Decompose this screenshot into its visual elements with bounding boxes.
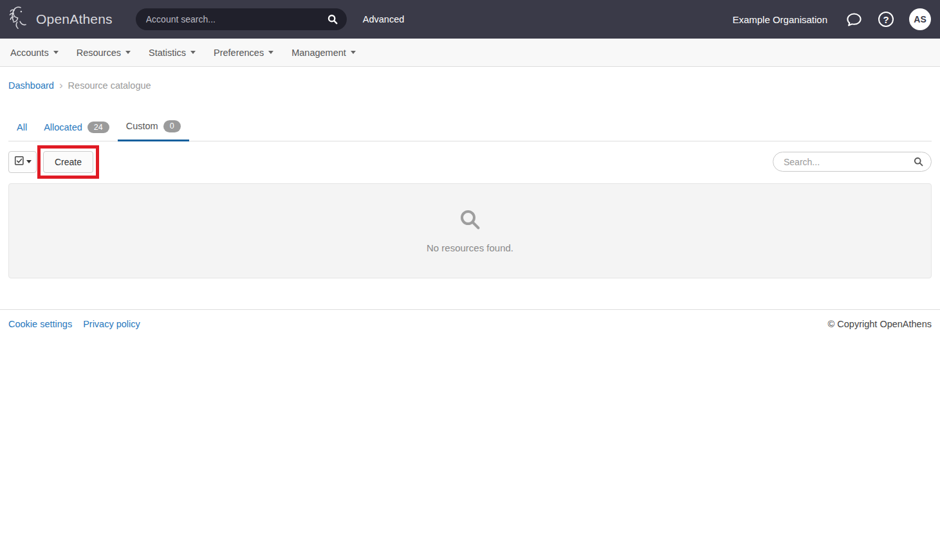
empty-state-message: No resources found. xyxy=(427,242,513,253)
chevron-down-icon xyxy=(268,51,273,54)
resource-search-input[interactable] xyxy=(773,152,932,172)
toolbar: Create xyxy=(8,145,932,179)
top-bar: OpenAthens Advanced Example Organisation… xyxy=(0,0,940,39)
nav-item-accounts[interactable]: Accounts xyxy=(1,40,68,66)
tab-custom[interactable]: Custom 0 xyxy=(118,113,189,141)
nav-item-label: Preferences xyxy=(214,48,264,58)
openathens-logo-icon xyxy=(9,5,32,34)
tab-allocated[interactable]: Allocated 24 xyxy=(35,113,118,141)
tab-label: Custom xyxy=(126,121,158,131)
tab-label: Allocated xyxy=(44,122,82,132)
chevron-down-icon xyxy=(53,51,59,54)
account-search-input[interactable] xyxy=(136,8,347,30)
copyright-text: © Copyright OpenAthens xyxy=(828,319,932,329)
help-glyph: ? xyxy=(883,14,889,25)
cookie-settings-link[interactable]: Cookie settings xyxy=(8,319,72,329)
chevron-down-icon xyxy=(351,51,356,54)
openathens-logo[interactable]: OpenAthens xyxy=(9,5,113,34)
empty-state-panel: No resources found. xyxy=(8,183,932,278)
annotation-highlight-box: Create xyxy=(37,145,99,179)
tab-label: All xyxy=(17,122,27,132)
nav-item-label: Resources xyxy=(77,48,121,58)
magnifier-icon xyxy=(459,208,482,234)
breadcrumb: Dashboard › Resource catalogue xyxy=(8,67,932,91)
chevron-down-icon xyxy=(26,160,32,163)
search-icon[interactable] xyxy=(327,14,338,28)
chevron-down-icon xyxy=(190,51,196,54)
resource-search xyxy=(773,152,932,172)
tab-all[interactable]: All xyxy=(8,113,35,141)
select-all-dropdown-button[interactable] xyxy=(8,151,37,173)
chevron-right-icon: › xyxy=(59,81,63,90)
page-footer: Cookie settings Privacy policy © Copyrig… xyxy=(0,309,940,329)
nav-item-management[interactable]: Management xyxy=(282,40,365,66)
create-button[interactable]: Create xyxy=(43,151,93,173)
account-search xyxy=(136,8,347,30)
main-content: Dashboard › Resource catalogue All Alloc… xyxy=(0,67,940,278)
chevron-down-icon xyxy=(125,51,131,54)
tab-count-badge: 0 xyxy=(163,120,181,132)
tab-count-badge: 24 xyxy=(88,122,109,134)
nav-item-preferences[interactable]: Preferences xyxy=(205,40,282,66)
checkbox-icon xyxy=(14,156,24,168)
main-nav: Accounts Resources Statistics Preference… xyxy=(0,39,940,67)
advanced-search-link[interactable]: Advanced xyxy=(363,14,405,24)
privacy-policy-link[interactable]: Privacy policy xyxy=(83,319,140,329)
tab-bar: All Allocated 24 Custom 0 xyxy=(8,113,932,141)
chat-icon[interactable] xyxy=(845,11,863,28)
nav-item-label: Accounts xyxy=(10,48,49,58)
nav-item-resources[interactable]: Resources xyxy=(68,40,140,66)
search-icon[interactable] xyxy=(913,156,924,170)
help-icon[interactable]: ? xyxy=(878,12,894,27)
breadcrumb-current: Resource catalogue xyxy=(68,80,151,91)
nav-item-label: Statistics xyxy=(149,48,186,58)
breadcrumb-dashboard-link[interactable]: Dashboard xyxy=(8,80,54,91)
nav-item-statistics[interactable]: Statistics xyxy=(140,40,205,66)
user-avatar[interactable]: AS xyxy=(909,8,931,30)
brand-name: OpenAthens xyxy=(36,12,113,27)
nav-item-label: Management xyxy=(291,48,346,58)
organisation-name: Example Organisation xyxy=(732,14,827,25)
